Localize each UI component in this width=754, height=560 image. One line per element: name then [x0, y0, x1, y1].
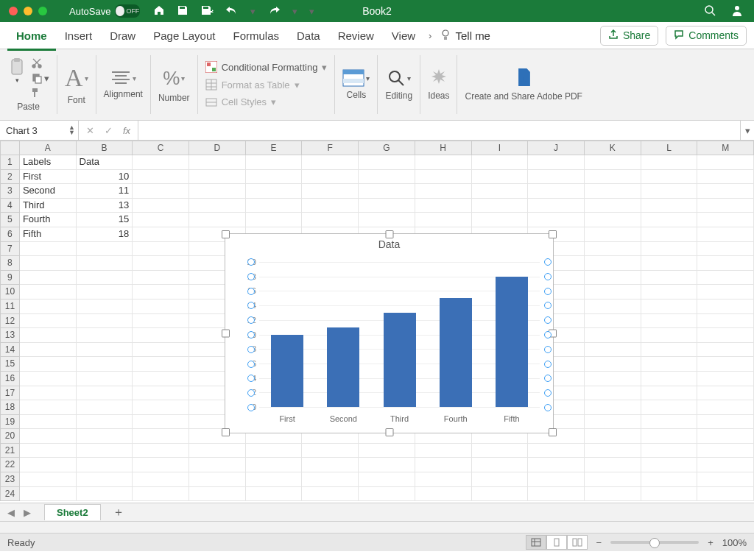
cell-M13[interactable] — [697, 328, 754, 343]
cell-B11[interactable] — [77, 300, 133, 314]
select-all-corner[interactable] — [0, 141, 20, 155]
cell-J3[interactable] — [528, 184, 585, 199]
cell-M4[interactable] — [697, 199, 754, 213]
cell-F4[interactable] — [302, 199, 359, 213]
cell-K5[interactable] — [585, 213, 641, 227]
resize-handle-bm[interactable] — [385, 428, 393, 436]
cell-G24[interactable] — [359, 487, 415, 502]
cell-B14[interactable] — [77, 343, 133, 358]
cell-F1[interactable] — [302, 155, 359, 170]
cell-B10[interactable] — [77, 285, 133, 300]
row-header-3[interactable]: 3 — [0, 184, 20, 199]
bar-fifth[interactable] — [496, 277, 528, 407]
cell-L3[interactable] — [641, 184, 698, 199]
cell-C6[interactable] — [133, 227, 189, 242]
column-header-G[interactable]: G — [359, 141, 415, 155]
bar-second[interactable] — [327, 327, 359, 407]
window-minimize-button[interactable] — [24, 7, 32, 15]
axis-handle[interactable] — [544, 346, 552, 353]
cell-L5[interactable] — [641, 213, 698, 227]
bar-fourth[interactable] — [440, 298, 472, 407]
namebox-down-icon[interactable]: ▼ — [68, 130, 75, 135]
cell-styles-button[interactable]: Cell Styles▾ — [205, 95, 328, 110]
cell-B6[interactable]: 18 — [77, 227, 133, 242]
cell-C20[interactable] — [133, 429, 189, 444]
cell-L15[interactable] — [641, 357, 698, 372]
cell-E2[interactable] — [246, 170, 303, 185]
cell-K11[interactable] — [585, 300, 641, 314]
cell-M24[interactable] — [697, 487, 754, 502]
cell-M11[interactable] — [697, 300, 754, 314]
cell-K4[interactable] — [585, 199, 641, 213]
cell-M9[interactable] — [697, 271, 754, 286]
cell-J23[interactable] — [528, 472, 585, 487]
cell-M16[interactable] — [697, 372, 754, 386]
window-close-button[interactable] — [9, 7, 18, 15]
sheet-nav-next-icon[interactable]: ▶ — [24, 507, 31, 518]
cell-A9[interactable] — [20, 271, 77, 286]
cell-K21[interactable] — [585, 444, 641, 458]
row-header-1[interactable]: 1 — [0, 155, 20, 170]
horizontal-scrollbar[interactable] — [0, 521, 754, 533]
bar-third[interactable] — [384, 313, 416, 407]
cell-L12[interactable] — [641, 314, 698, 329]
cell-K23[interactable] — [585, 472, 641, 487]
resize-handle-tl[interactable] — [222, 230, 230, 238]
row-header-16[interactable]: 16 — [0, 372, 20, 386]
cell-C5[interactable] — [133, 213, 189, 227]
cell-L18[interactable] — [641, 400, 698, 415]
cell-L1[interactable] — [641, 155, 698, 170]
cell-M8[interactable] — [697, 256, 754, 271]
cell-A20[interactable] — [20, 429, 77, 444]
row-header-20[interactable]: 20 — [0, 429, 20, 444]
cell-B24[interactable] — [77, 487, 133, 502]
cell-C4[interactable] — [133, 199, 189, 213]
cell-L23[interactable] — [641, 472, 698, 487]
chart-plot-area[interactable]: 02468101214161820FirstSecondThirdFourthF… — [259, 262, 540, 408]
cell-F2[interactable] — [302, 170, 359, 185]
cell-A5[interactable]: Fourth — [20, 213, 77, 227]
tab-home[interactable]: Home — [7, 22, 56, 51]
expand-formula-icon[interactable]: ▾ — [740, 121, 754, 140]
cell-F23[interactable] — [302, 472, 359, 487]
axis-handle[interactable] — [544, 404, 552, 411]
cell-C22[interactable] — [133, 458, 189, 472]
cell-J24[interactable] — [528, 487, 585, 502]
cell-K3[interactable] — [585, 184, 641, 199]
axis-handle[interactable] — [544, 273, 552, 280]
cell-D22[interactable] — [189, 458, 246, 472]
cell-G5[interactable] — [359, 213, 415, 227]
cell-C16[interactable] — [133, 372, 189, 386]
cell-L21[interactable] — [641, 444, 698, 458]
cell-B13[interactable] — [77, 328, 133, 343]
account-icon[interactable] — [730, 4, 744, 19]
cell-G3[interactable] — [359, 184, 415, 199]
cell-K24[interactable] — [585, 487, 641, 502]
cell-K2[interactable] — [585, 170, 641, 185]
cell-M7[interactable] — [697, 242, 754, 257]
cell-B4[interactable]: 13 — [77, 199, 133, 213]
axis-handle[interactable] — [247, 361, 255, 368]
redo-dropdown-icon[interactable]: ▾ — [292, 6, 297, 17]
cell-K17[interactable] — [585, 386, 641, 401]
resize-handle-tm[interactable] — [385, 230, 393, 238]
cell-L13[interactable] — [641, 328, 698, 343]
zoom-value[interactable]: 100% — [722, 537, 747, 548]
cell-C12[interactable] — [133, 314, 189, 329]
cell-D5[interactable] — [189, 213, 246, 227]
cell-B16[interactable] — [77, 372, 133, 386]
undo-icon[interactable] — [225, 5, 239, 18]
cell-G2[interactable] — [359, 170, 415, 185]
cell-G21[interactable] — [359, 444, 415, 458]
cell-L14[interactable] — [641, 343, 698, 358]
cell-M6[interactable] — [697, 227, 754, 242]
view-page-layout-button[interactable] — [546, 535, 567, 550]
tab-review[interactable]: Review — [329, 22, 383, 49]
cells-group[interactable]: ▾ Cells — [335, 49, 377, 120]
cell-G1[interactable] — [359, 155, 415, 170]
axis-handle[interactable] — [544, 316, 552, 324]
cell-M3[interactable] — [697, 184, 754, 199]
cell-A10[interactable] — [20, 285, 77, 300]
cell-F3[interactable] — [302, 184, 359, 199]
share-button[interactable]: Share — [600, 26, 658, 46]
